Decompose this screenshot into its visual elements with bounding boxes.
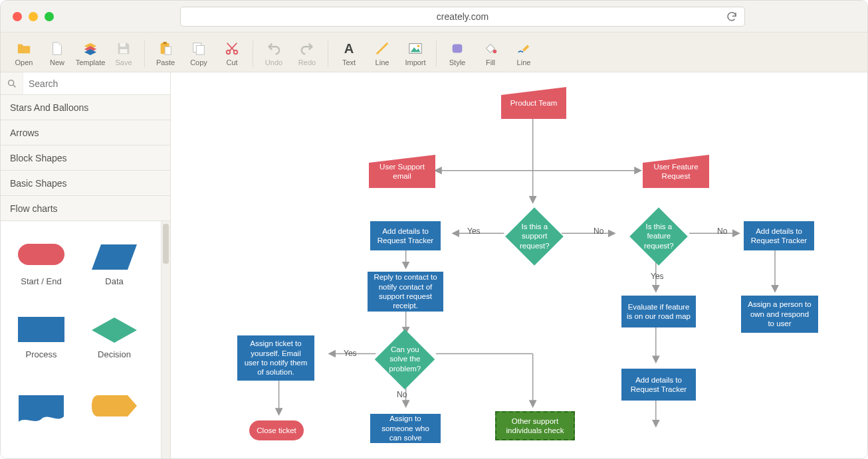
toolbar-redo-button: Redo bbox=[290, 36, 324, 72]
main-area: Stars And BalloonsArrowsBlock ShapesBasi… bbox=[1, 72, 867, 458]
toolbar-cut-button[interactable]: Cut bbox=[215, 36, 249, 72]
category-stars-and-balloons[interactable]: Stars And Balloons bbox=[1, 95, 170, 120]
browser-chrome: creately.com bbox=[1, 1, 867, 33]
toolbar-copy-button[interactable]: Copy bbox=[182, 36, 215, 72]
label-no-2: No bbox=[717, 227, 727, 236]
diagram-canvas[interactable]: Product Team User Support email User Fea… bbox=[171, 72, 867, 458]
svg-marker-26 bbox=[92, 318, 137, 343]
toolbar-import-button[interactable]: Import bbox=[399, 36, 432, 72]
save-icon bbox=[115, 41, 132, 56]
node-is-feature-request[interactable]: Is this a feature request? bbox=[629, 207, 688, 266]
node-close-ticket[interactable]: Close ticket bbox=[249, 420, 304, 440]
node-product-team-label: Product Team bbox=[501, 87, 566, 119]
palette-label: Decision bbox=[98, 349, 131, 359]
node-assign-person[interactable]: Assign a person to own and respond to us… bbox=[741, 296, 818, 333]
undo-icon bbox=[265, 41, 282, 56]
svg-point-21 bbox=[8, 80, 13, 85]
toolbar-undo-button: Undo bbox=[257, 36, 290, 72]
toolbar-label: Redo bbox=[298, 58, 316, 66]
toolbar-label: Style bbox=[449, 58, 465, 66]
cut-icon bbox=[223, 41, 241, 56]
label-yes-1: Yes bbox=[467, 227, 481, 236]
category-flow-charts[interactable]: Flow charts bbox=[1, 196, 170, 221]
toolbar-separator bbox=[436, 41, 437, 67]
display-icon bbox=[90, 394, 138, 422]
search-input[interactable] bbox=[23, 72, 170, 94]
palette-data[interactable]: Data bbox=[78, 228, 151, 301]
node-assign-self[interactable]: Assign ticket to yourself. Email user to… bbox=[237, 335, 314, 381]
toolbar-line2-button[interactable]: Line bbox=[507, 36, 540, 72]
toolbar-label: Line bbox=[517, 58, 531, 66]
node-other-support[interactable]: Other support individuals check bbox=[495, 411, 575, 440]
svg-rect-4 bbox=[120, 48, 128, 52]
rect-icon bbox=[17, 316, 65, 344]
node-user-support-email-label: User Support email bbox=[369, 155, 435, 188]
svg-rect-23 bbox=[18, 244, 64, 265]
svg-line-15 bbox=[377, 43, 388, 54]
toolbar-text-button[interactable]: AText bbox=[332, 36, 366, 72]
search-icon bbox=[1, 72, 23, 94]
stack-icon bbox=[82, 41, 99, 56]
minimize-icon[interactable] bbox=[29, 12, 38, 21]
folder-icon bbox=[15, 41, 33, 56]
label-yes-2: Yes bbox=[651, 272, 664, 281]
palette-label: Process bbox=[26, 349, 57, 359]
palette-display[interactable] bbox=[78, 374, 151, 447]
palette-label: Data bbox=[105, 276, 123, 286]
toolbar-style-button[interactable]: Style bbox=[441, 36, 474, 72]
maximize-icon[interactable] bbox=[45, 12, 54, 21]
node-add-details-3[interactable]: Add details to Request Tracker bbox=[621, 369, 696, 401]
style-icon bbox=[449, 41, 466, 56]
palette-scrollbar[interactable] bbox=[161, 221, 170, 458]
node-evaluate-feature[interactable]: Evaluate if feature is on our road map bbox=[621, 296, 696, 327]
svg-rect-25 bbox=[18, 317, 64, 342]
toolbar-label: New bbox=[50, 58, 64, 66]
toolbar-separator bbox=[253, 41, 253, 67]
toolbar: OpenNewTemplateSavePasteCopyCutUndoRedoA… bbox=[1, 33, 867, 72]
paste-icon bbox=[157, 41, 174, 56]
toolbar-label: Import bbox=[405, 58, 425, 66]
category-block-shapes[interactable]: Block Shapes bbox=[1, 145, 170, 171]
node-is-support-request[interactable]: Is this a support request? bbox=[505, 207, 564, 266]
svg-text:A: A bbox=[344, 41, 354, 56]
toolbar-fill-button[interactable]: Fill bbox=[474, 36, 507, 72]
svg-point-18 bbox=[417, 45, 420, 47]
svg-line-22 bbox=[13, 85, 15, 87]
shape-sidebar: Stars And BalloonsArrowsBlock ShapesBasi… bbox=[1, 72, 171, 458]
url-bar[interactable]: creately.com bbox=[180, 7, 745, 27]
palette-decision[interactable]: Decision bbox=[78, 301, 151, 374]
node-add-details-1[interactable]: Add details to Request Tracker bbox=[370, 221, 441, 250]
palette-process[interactable]: Process bbox=[5, 301, 78, 374]
toolbar-paste-button[interactable]: Paste bbox=[149, 36, 182, 72]
url-text: creately.com bbox=[437, 11, 488, 22]
text-icon: A bbox=[340, 41, 358, 56]
toolbar-open-button[interactable]: Open bbox=[7, 36, 41, 72]
connectors bbox=[171, 72, 867, 458]
terminator-icon bbox=[17, 243, 65, 271]
label-no-3: No bbox=[397, 390, 407, 399]
toolbar-label: Text bbox=[342, 58, 356, 66]
toolbar-label: Paste bbox=[156, 58, 175, 66]
toolbar-separator bbox=[328, 41, 328, 67]
node-reply-contact[interactable]: Reply to contact to notify contact of su… bbox=[368, 272, 443, 312]
node-can-solve[interactable]: Can you solve the problem? bbox=[375, 329, 435, 390]
image-icon bbox=[407, 41, 424, 56]
toolbar-label: Copy bbox=[190, 58, 207, 66]
palette-start-end[interactable]: Start / End bbox=[5, 228, 78, 301]
toolbar-line-button[interactable]: Line bbox=[366, 36, 399, 72]
node-assign-someone[interactable]: Assign to someone who can solve bbox=[370, 414, 441, 443]
category-basic-shapes[interactable]: Basic Shapes bbox=[1, 171, 170, 196]
toolbar-new-button[interactable]: New bbox=[41, 36, 74, 72]
category-arrows[interactable]: Arrows bbox=[1, 120, 170, 145]
label-yes-3: Yes bbox=[344, 349, 357, 358]
reload-icon[interactable] bbox=[726, 11, 738, 23]
toolbar-template-button[interactable]: Template bbox=[74, 36, 107, 72]
palette-document[interactable] bbox=[5, 374, 78, 447]
close-icon[interactable] bbox=[13, 12, 22, 21]
shape-palette: Start / EndDataProcessDecision bbox=[1, 221, 170, 458]
node-add-details-2[interactable]: Add details to Request Tracker bbox=[744, 221, 814, 250]
toolbar-label: Save bbox=[115, 58, 132, 66]
toolbar-label: Cut bbox=[226, 58, 237, 66]
svg-rect-9 bbox=[196, 45, 204, 54]
parallelogram-icon bbox=[90, 243, 138, 271]
